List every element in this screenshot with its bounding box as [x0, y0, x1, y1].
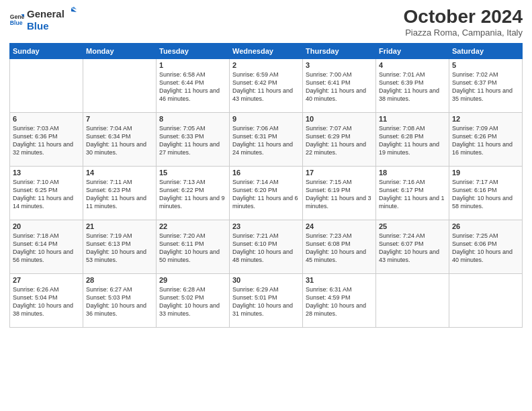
- page: General Blue General Blue October 2024: [0, 0, 532, 411]
- day-number: 29: [159, 276, 226, 284]
- day-number: 12: [452, 115, 519, 123]
- day-number: 9: [232, 115, 300, 123]
- header-monday: Monday: [83, 43, 157, 58]
- header-thursday: Thursday: [303, 43, 376, 58]
- day-number: 23: [232, 222, 300, 230]
- day-cell: 14Sunrise: 7:11 AMSunset: 6:23 PMDayligh…: [83, 166, 157, 220]
- day-info: Sunrise: 6:29 AMSunset: 5:01 PMDaylight:…: [232, 286, 293, 317]
- day-number: 5: [452, 61, 519, 69]
- day-number: 8: [159, 115, 226, 123]
- day-info: Sunrise: 7:07 AMSunset: 6:29 PMDaylight:…: [306, 125, 366, 156]
- day-info: Sunrise: 7:14 AMSunset: 6:20 PMDaylight:…: [232, 179, 298, 210]
- header-saturday: Saturday: [449, 43, 523, 58]
- day-number: 30: [232, 276, 300, 284]
- day-info: Sunrise: 7:08 AMSunset: 6:28 PMDaylight:…: [379, 125, 439, 156]
- day-cell: 26Sunrise: 7:25 AMSunset: 6:06 PMDayligh…: [449, 220, 523, 273]
- logo-icon: General Blue: [9, 12, 24, 27]
- week-row-4: 20Sunrise: 7:18 AMSunset: 6:14 PMDayligh…: [10, 220, 523, 273]
- day-info: Sunrise: 7:23 AMSunset: 6:08 PMDaylight:…: [306, 232, 366, 263]
- header-friday: Friday: [376, 43, 449, 58]
- day-cell: [83, 58, 157, 112]
- day-cell: 5Sunrise: 7:02 AMSunset: 6:37 PMDaylight…: [449, 58, 523, 112]
- title-block: October 2024 Piazza Roma, Campania, Ital…: [404, 7, 523, 38]
- day-cell: 19Sunrise: 7:17 AMSunset: 6:16 PMDayligh…: [449, 166, 523, 220]
- day-info: Sunrise: 7:21 AMSunset: 6:10 PMDaylight:…: [232, 232, 293, 263]
- calendar-subtitle: Piazza Roma, Campania, Italy: [404, 28, 523, 38]
- day-cell: 13Sunrise: 7:10 AMSunset: 6:25 PMDayligh…: [10, 166, 83, 220]
- header-row: Sunday Monday Tuesday Wednesday Thursday…: [10, 43, 523, 58]
- day-cell: 10Sunrise: 7:07 AMSunset: 6:29 PMDayligh…: [303, 112, 376, 166]
- day-number: 18: [379, 169, 446, 177]
- day-info: Sunrise: 6:26 AMSunset: 5:04 PMDaylight:…: [13, 286, 73, 317]
- week-row-5: 27Sunrise: 6:26 AMSunset: 5:04 PMDayligh…: [10, 273, 523, 327]
- logo-bird-icon: [66, 7, 77, 17]
- day-cell: 4Sunrise: 7:01 AMSunset: 6:39 PMDaylight…: [376, 58, 449, 112]
- day-cell: 21Sunrise: 7:19 AMSunset: 6:13 PMDayligh…: [83, 220, 157, 273]
- week-row-2: 6Sunrise: 7:03 AMSunset: 6:36 PMDaylight…: [10, 112, 523, 166]
- day-number: 22: [159, 222, 226, 230]
- day-number: 28: [86, 276, 153, 284]
- day-info: Sunrise: 7:03 AMSunset: 6:36 PMDaylight:…: [13, 125, 73, 156]
- day-cell: 28Sunrise: 6:27 AMSunset: 5:03 PMDayligh…: [83, 273, 157, 327]
- calendar-title: October 2024: [404, 7, 523, 28]
- day-info: Sunrise: 7:04 AMSunset: 6:34 PMDaylight:…: [86, 125, 146, 156]
- day-cell: 9Sunrise: 7:06 AMSunset: 6:31 PMDaylight…: [230, 112, 303, 166]
- day-info: Sunrise: 7:25 AMSunset: 6:06 PMDaylight:…: [452, 232, 513, 263]
- day-info: Sunrise: 7:00 AMSunset: 6:41 PMDaylight:…: [306, 71, 366, 102]
- day-info: Sunrise: 6:31 AMSunset: 4:59 PMDaylight:…: [306, 286, 366, 317]
- day-info: Sunrise: 7:16 AMSunset: 6:17 PMDaylight:…: [379, 179, 445, 210]
- day-cell: 31Sunrise: 6:31 AMSunset: 4:59 PMDayligh…: [303, 273, 376, 327]
- header-wednesday: Wednesday: [230, 43, 303, 58]
- day-info: Sunrise: 7:24 AMSunset: 6:07 PMDaylight:…: [379, 232, 439, 263]
- logo-general: General: [27, 9, 64, 20]
- day-cell: [449, 273, 523, 327]
- day-info: Sunrise: 7:10 AMSunset: 6:25 PMDaylight:…: [13, 179, 73, 210]
- day-info: Sunrise: 7:18 AMSunset: 6:14 PMDaylight:…: [13, 232, 73, 263]
- day-info: Sunrise: 7:06 AMSunset: 6:31 PMDaylight:…: [232, 125, 293, 156]
- day-info: Sunrise: 7:01 AMSunset: 6:39 PMDaylight:…: [379, 71, 439, 102]
- day-number: 25: [379, 222, 446, 230]
- day-number: 31: [306, 276, 373, 284]
- day-number: 16: [232, 169, 300, 177]
- day-cell: 7Sunrise: 7:04 AMSunset: 6:34 PMDaylight…: [83, 112, 157, 166]
- day-cell: 8Sunrise: 7:05 AMSunset: 6:33 PMDaylight…: [157, 112, 230, 166]
- day-cell: 18Sunrise: 7:16 AMSunset: 6:17 PMDayligh…: [376, 166, 449, 220]
- day-number: 13: [13, 169, 80, 177]
- day-info: Sunrise: 7:15 AMSunset: 6:19 PMDaylight:…: [306, 179, 371, 210]
- day-cell: 11Sunrise: 7:08 AMSunset: 6:28 PMDayligh…: [376, 112, 449, 166]
- day-number: 15: [159, 169, 226, 177]
- header: General Blue General Blue October 2024: [9, 7, 523, 38]
- day-cell: 29Sunrise: 6:28 AMSunset: 5:02 PMDayligh…: [157, 273, 230, 327]
- week-row-3: 13Sunrise: 7:10 AMSunset: 6:25 PMDayligh…: [10, 166, 523, 220]
- day-info: Sunrise: 7:02 AMSunset: 6:37 PMDaylight:…: [452, 71, 513, 102]
- day-cell: 15Sunrise: 7:13 AMSunset: 6:22 PMDayligh…: [157, 166, 230, 220]
- day-info: Sunrise: 6:27 AMSunset: 5:03 PMDaylight:…: [86, 286, 146, 317]
- day-info: Sunrise: 6:58 AMSunset: 6:44 PMDaylight:…: [159, 71, 220, 102]
- week-row-1: 1Sunrise: 6:58 AMSunset: 6:44 PMDaylight…: [10, 58, 523, 112]
- logo-blue: Blue: [27, 20, 49, 32]
- day-info: Sunrise: 7:13 AMSunset: 6:22 PMDaylight:…: [159, 179, 225, 210]
- day-cell: [376, 273, 449, 327]
- calendar-table: Sunday Monday Tuesday Wednesday Thursday…: [9, 43, 523, 328]
- day-info: Sunrise: 7:05 AMSunset: 6:33 PMDaylight:…: [159, 125, 220, 156]
- header-tuesday: Tuesday: [157, 43, 230, 58]
- day-number: 2: [232, 61, 300, 69]
- day-number: 7: [86, 115, 153, 123]
- day-cell: 24Sunrise: 7:23 AMSunset: 6:08 PMDayligh…: [303, 220, 376, 273]
- day-cell: 12Sunrise: 7:09 AMSunset: 6:26 PMDayligh…: [449, 112, 523, 166]
- day-number: 24: [306, 222, 373, 230]
- day-number: 17: [306, 169, 373, 177]
- day-number: 1: [159, 61, 226, 69]
- day-number: 21: [86, 222, 153, 230]
- day-cell: 17Sunrise: 7:15 AMSunset: 6:19 PMDayligh…: [303, 166, 376, 220]
- day-cell: 1Sunrise: 6:58 AMSunset: 6:44 PMDaylight…: [157, 58, 230, 112]
- day-number: 10: [306, 115, 373, 123]
- day-number: 14: [86, 169, 153, 177]
- day-cell: [10, 58, 83, 112]
- day-number: 11: [379, 115, 446, 123]
- day-number: 19: [452, 169, 519, 177]
- day-number: 4: [379, 61, 446, 69]
- day-info: Sunrise: 6:59 AMSunset: 6:42 PMDaylight:…: [232, 71, 293, 102]
- day-cell: 25Sunrise: 7:24 AMSunset: 6:07 PMDayligh…: [376, 220, 449, 273]
- day-cell: 27Sunrise: 6:26 AMSunset: 5:04 PMDayligh…: [10, 273, 83, 327]
